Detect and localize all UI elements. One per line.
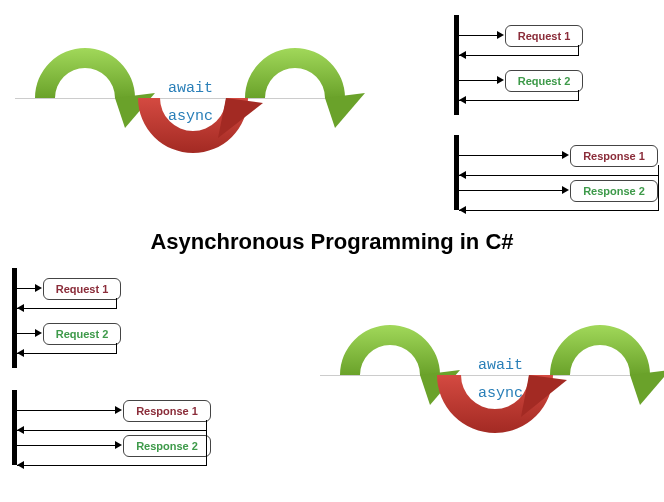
arc-green-br-1 [320, 295, 460, 385]
arrow-left-icon [17, 426, 24, 434]
arrow-left-icon [17, 349, 24, 357]
arc-green-tl-1 [15, 18, 155, 108]
arrow-right-icon [115, 441, 122, 449]
line [17, 430, 207, 431]
line [17, 353, 117, 354]
line [459, 80, 499, 81]
request1-box-bl: Request 1 [43, 278, 121, 300]
line [459, 100, 579, 101]
arrow-left-icon [459, 171, 466, 179]
line [658, 165, 659, 210]
line [116, 343, 117, 353]
arc-green-br-2 [530, 295, 664, 385]
line [17, 333, 37, 334]
arrow-right-icon [562, 151, 569, 159]
async-label-br: async [478, 385, 523, 402]
arrow-left-icon [459, 51, 466, 59]
request2-box-bl: Request 2 [43, 323, 121, 345]
async-label-tl: async [168, 108, 213, 125]
arrow-right-icon [497, 76, 504, 84]
await-label-tl: await [168, 80, 213, 97]
request1-box-tr: Request 1 [505, 25, 583, 47]
line [116, 298, 117, 308]
arrow-left-icon [459, 206, 466, 214]
response2-box-tr: Response 2 [570, 180, 658, 202]
arrow-left-icon [17, 304, 24, 312]
response1-box-tr: Response 1 [570, 145, 658, 167]
line [578, 90, 579, 100]
line [17, 308, 117, 309]
response2-box-bl: Response 2 [123, 435, 211, 457]
line [459, 210, 659, 211]
arrow-left-icon [17, 461, 24, 469]
line [459, 190, 564, 191]
arrow-right-icon [35, 284, 42, 292]
line [459, 55, 579, 56]
arrow-right-icon [497, 31, 504, 39]
arrow-right-icon [115, 406, 122, 414]
page-title: Asynchronous Programming in C# [0, 229, 664, 255]
line [17, 445, 117, 446]
line [459, 155, 564, 156]
line [17, 410, 117, 411]
line [17, 288, 37, 289]
await-label-br: await [478, 357, 523, 374]
arrow-right-icon [35, 329, 42, 337]
response1-box-bl: Response 1 [123, 400, 211, 422]
line [17, 465, 207, 466]
line [459, 175, 659, 176]
request2-box-tr: Request 2 [505, 70, 583, 92]
line [206, 420, 207, 465]
line [459, 35, 499, 36]
arc-green-tl-2 [225, 18, 365, 108]
arrow-right-icon [562, 186, 569, 194]
line [578, 45, 579, 55]
arrow-left-icon [459, 96, 466, 104]
